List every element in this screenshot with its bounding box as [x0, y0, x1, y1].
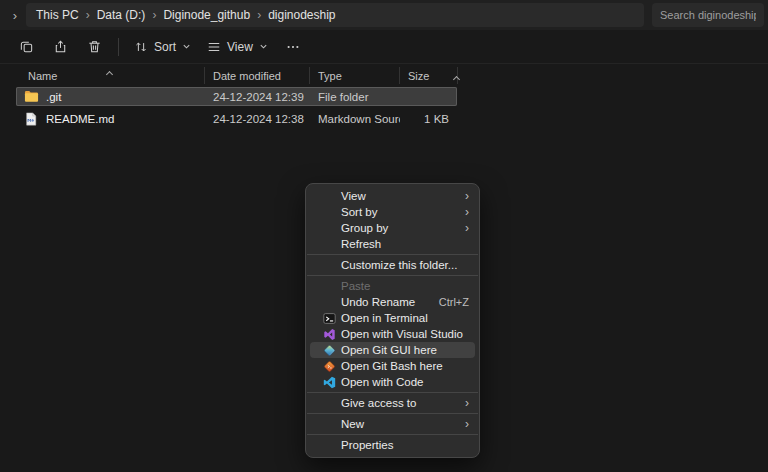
file-list: Name Date modified Type Size .git 24-12-…: [0, 64, 768, 128]
column-headers: Name Date modified Type Size: [16, 67, 459, 84]
file-size: 1 KB: [400, 113, 457, 125]
context-menu: View › Sort by › Group by › Refresh Cust…: [305, 183, 480, 458]
menu-item-open-git-bash-here[interactable]: Open Git Bash here: [310, 358, 475, 374]
vscode-icon: [322, 375, 336, 389]
menu-item-new[interactable]: New ›: [310, 416, 475, 432]
column-header-date-label: Date modified: [213, 70, 281, 82]
git-gui-icon: [322, 343, 336, 357]
chevron-right-icon: ›: [465, 222, 469, 234]
delete-button[interactable]: [78, 33, 110, 61]
sort-button[interactable]: Sort: [127, 33, 198, 61]
file-name: .git: [46, 91, 61, 103]
column-header-type[interactable]: Type: [310, 67, 400, 84]
chevron-right-icon: ›: [465, 190, 469, 202]
more-options-icon: [286, 40, 300, 54]
menu-separator: [307, 254, 478, 255]
delete-icon: [87, 39, 102, 54]
breadcrumb-item-data-d[interactable]: Data (D:): [91, 3, 152, 27]
menu-item-properties[interactable]: Properties: [310, 437, 475, 453]
copy-button[interactable]: [10, 33, 42, 61]
column-header-name[interactable]: Name: [16, 67, 205, 84]
menu-item-refresh[interactable]: Refresh: [310, 236, 475, 252]
chevron-down-icon: [182, 42, 191, 51]
scroll-up-icon[interactable]: [454, 72, 459, 84]
column-header-size[interactable]: Size: [400, 67, 458, 84]
menu-item-give-access-to[interactable]: Give access to ›: [310, 395, 475, 411]
view-button[interactable]: View: [200, 33, 275, 61]
menu-separator: [307, 392, 478, 393]
menu-item-open-in-terminal[interactable]: Open in Terminal: [310, 310, 475, 326]
terminal-icon: [322, 311, 336, 325]
breadcrumb-chevron-icon[interactable]: ›: [6, 3, 24, 27]
menu-item-paste: Paste: [310, 278, 475, 294]
column-header-name-label: Name: [28, 70, 57, 82]
menu-item-open-with-code[interactable]: Open with Code: [310, 374, 475, 390]
file-date: 24-12-2024 12:39: [205, 91, 310, 103]
file-type: File folder: [310, 91, 400, 103]
chevron-right-icon: ›: [465, 397, 469, 409]
command-toolbar: Sort View: [0, 30, 768, 64]
search-box[interactable]: [652, 3, 764, 27]
chevron-right-icon: ›: [465, 418, 469, 430]
sort-label: Sort: [154, 40, 176, 54]
file-row-git[interactable]: .git 24-12-2024 12:39 File folder: [16, 87, 457, 106]
file-name: README.md: [46, 113, 114, 125]
address-toolbar: › This PC › Data (D:) › Diginode_github …: [0, 0, 768, 30]
markdown-file-icon: [23, 111, 39, 127]
sort-ascending-icon: [107, 67, 112, 79]
menu-item-sort-by[interactable]: Sort by ›: [310, 204, 475, 220]
breadcrumb[interactable]: This PC › Data (D:) › Diginode_github › …: [26, 3, 644, 27]
file-row-readme[interactable]: README.md 24-12-2024 12:38 Markdown Sour…: [16, 109, 457, 128]
menu-item-open-git-gui-here[interactable]: Open Git GUI here: [310, 342, 475, 358]
sort-icon: [134, 40, 148, 54]
search-input[interactable]: [660, 9, 756, 21]
share-icon: [53, 39, 68, 54]
chevron-down-icon: [259, 42, 268, 51]
breadcrumb-item-diginodeship[interactable]: diginodeship: [262, 3, 341, 27]
chevron-right-icon: ›: [465, 206, 469, 218]
menu-separator: [307, 413, 478, 414]
view-icon: [207, 40, 221, 54]
file-date: 24-12-2024 12:38: [205, 113, 310, 125]
menu-item-group-by[interactable]: Group by ›: [310, 220, 475, 236]
view-label: View: [227, 40, 253, 54]
menu-separator: [307, 275, 478, 276]
menu-item-customize-folder[interactable]: Customize this folder...: [310, 257, 475, 273]
folder-icon: [23, 89, 39, 105]
column-header-size-label: Size: [408, 70, 429, 82]
more-options-button[interactable]: [277, 33, 309, 61]
visual-studio-icon: [322, 327, 336, 341]
column-header-type-label: Type: [318, 70, 342, 82]
breadcrumb-item-this-pc[interactable]: This PC: [30, 3, 85, 27]
menu-shortcut: Ctrl+Z: [439, 296, 469, 308]
menu-item-view[interactable]: View ›: [310, 188, 475, 204]
column-header-date-modified[interactable]: Date modified: [205, 67, 310, 84]
breadcrumb-item-diginode-github[interactable]: Diginode_github: [157, 3, 256, 27]
share-button[interactable]: [44, 33, 76, 61]
chevron-right-icon: ›: [85, 8, 91, 22]
git-bash-icon: [322, 359, 336, 373]
menu-item-undo-rename[interactable]: Undo Rename Ctrl+Z: [310, 294, 475, 310]
menu-separator: [307, 434, 478, 435]
toolbar-divider: [118, 38, 119, 56]
copy-icon: [19, 39, 34, 54]
file-type: Markdown Source ...: [310, 113, 400, 125]
menu-item-open-with-visual-studio[interactable]: Open with Visual Studio: [310, 326, 475, 342]
